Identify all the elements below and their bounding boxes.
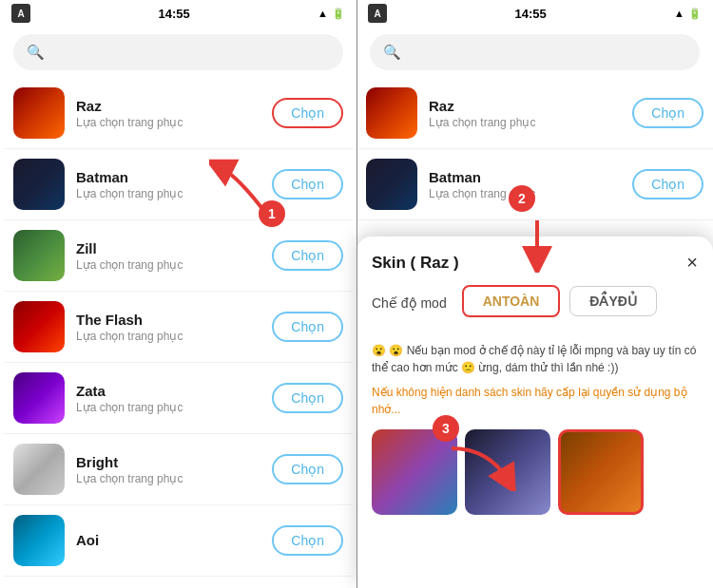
chon-btn-bright[interactable]: Chọn bbox=[272, 454, 343, 484]
skin-thumb-2[interactable] bbox=[465, 429, 550, 515]
hero-name-batman: Batman bbox=[76, 169, 260, 185]
hero-item-zill: Zill Lựa chọn trang phục Chọn bbox=[4, 220, 353, 292]
hero-sub-batman: Lựa chọn trang phục bbox=[76, 187, 260, 200]
right-hero-info-raz: Raz Lựa chọn trang phục bbox=[429, 98, 621, 129]
hero-sub-raz: Lựa chọn trang phục bbox=[76, 116, 260, 129]
hero-avatar-bright bbox=[13, 444, 65, 495]
left-app-logo: A bbox=[11, 4, 30, 23]
right-panel: A 14:55 ▲ 🔋 🔍 Raz Lựa chọn trang phục Ch… bbox=[356, 0, 713, 588]
right-search-bar[interactable]: 🔍 bbox=[370, 34, 700, 70]
right-hero-info-batman: Batman Lựa chọn trang phục bbox=[429, 169, 621, 200]
left-search-bar[interactable]: 🔍 bbox=[13, 34, 343, 70]
bottom-sheet: Skin ( Raz ) × Chế độ mod ANTOÀN ĐẦYĐỦ 😮… bbox=[356, 237, 713, 588]
chon-btn-aoi[interactable]: Chọn bbox=[272, 525, 343, 556]
right-status-icons: ▲ 🔋 bbox=[674, 8, 702, 20]
left-search-container: 🔍 bbox=[0, 27, 356, 78]
skin-thumb-1[interactable] bbox=[372, 429, 457, 515]
hero-info-flash: The Flash Lựa chọn trang phục bbox=[76, 312, 260, 343]
right-hero-sub-batman: Lựa chọn trang phục bbox=[429, 187, 621, 200]
hero-avatar-batman bbox=[13, 159, 65, 210]
close-button[interactable]: × bbox=[686, 252, 698, 274]
chon-btn-zata[interactable]: Chọn bbox=[272, 383, 343, 413]
right-hero-sub-raz: Lựa chọn trang phục bbox=[429, 116, 621, 129]
sheet-header: Skin ( Raz ) × bbox=[372, 252, 698, 274]
hero-name-zata: Zata bbox=[76, 383, 260, 399]
right-status-bar: A 14:55 ▲ 🔋 bbox=[356, 0, 713, 27]
right-search-icon: 🔍 bbox=[383, 44, 401, 61]
hero-item-aoi: Aoi Chọn bbox=[4, 505, 353, 577]
right-hero-avatar-batman bbox=[366, 159, 417, 210]
chon-btn-zill[interactable]: Chọn bbox=[272, 240, 343, 271]
right-hero-item-batman: Batman Lựa chọn trang phục Chọn bbox=[356, 149, 713, 220]
hero-item-zata: Zata Lựa chọn trang phục Chọn bbox=[4, 363, 353, 434]
hero-info-raz: Raz Lựa chọn trang phục bbox=[76, 98, 260, 129]
hero-sub-bright: Lựa chọn trang phục bbox=[76, 472, 260, 485]
hero-info-aoi: Aoi bbox=[76, 532, 260, 550]
right-hero-item-raz: Raz Lựa chọn trang phục Chọn bbox=[356, 78, 713, 149]
chon-btn-raz[interactable]: Chọn bbox=[272, 98, 343, 128]
hero-name-aoi: Aoi bbox=[76, 532, 260, 548]
right-hero-avatar-raz bbox=[366, 87, 417, 139]
left-status-bar: A 14:55 ▲ 🔋 bbox=[0, 0, 356, 27]
hero-item-raz: Raz Lựa chọn trang phục Chọn bbox=[4, 78, 353, 149]
hero-name-raz: Raz bbox=[76, 98, 260, 114]
note-text: Nếu không hiện danh sách skin hãy cấp lạ… bbox=[372, 384, 698, 418]
chon-btn-flash[interactable]: Chọn bbox=[272, 312, 343, 342]
hero-avatar-flash bbox=[13, 301, 65, 352]
right-search-container: 🔍 bbox=[356, 27, 713, 78]
mode-tabs: ANTOÀN ĐẦYĐỦ bbox=[462, 285, 657, 317]
hero-name-flash: The Flash bbox=[76, 312, 260, 328]
hero-item-batman: Batman Lựa chọn trang phục Chọn bbox=[4, 149, 353, 220]
right-hero-list-top: Raz Lựa chọn trang phục Chọn Batman Lựa … bbox=[356, 78, 713, 220]
tab-antoàn[interactable]: ANTOÀN bbox=[462, 285, 561, 317]
mode-row: Chế độ mod ANTOÀN ĐẦYĐỦ bbox=[372, 285, 698, 331]
right-search-input[interactable] bbox=[409, 45, 686, 60]
warning-icon: 😮 bbox=[372, 344, 386, 357]
panel-divider bbox=[356, 0, 357, 588]
warning-text: 😮 😮 Nếu bạn mod ở chế độ này tỉ lệ lỗi m… bbox=[372, 342, 698, 376]
right-hero-name-batman: Batman bbox=[429, 169, 621, 185]
hero-info-batman: Batman Lựa chọn trang phục bbox=[76, 169, 260, 200]
tab-đầyđủ[interactable]: ĐẦYĐỦ bbox=[569, 286, 657, 316]
hero-name-zill: Zill bbox=[76, 240, 260, 256]
left-search-input[interactable] bbox=[52, 45, 330, 60]
hero-avatar-zill bbox=[13, 230, 65, 281]
hero-sub-zill: Lựa chọn trang phục bbox=[76, 258, 260, 272]
left-panel: A 14:55 ▲ 🔋 🔍 Raz Lựa chọn trang phục Ch… bbox=[0, 0, 356, 588]
right-time: 14:55 bbox=[514, 7, 546, 21]
hero-item-bright: Bright Lựa chọn trang phục Chọn bbox=[4, 434, 353, 505]
right-hero-name-raz: Raz bbox=[429, 98, 621, 114]
left-time: 14:55 bbox=[158, 7, 189, 21]
hero-sub-zata: Lựa chọn trang phục bbox=[76, 401, 260, 414]
hero-info-bright: Bright Lựa chọn trang phục bbox=[76, 454, 260, 485]
left-hero-list: Raz Lựa chọn trang phục Chọn Batman Lựa … bbox=[0, 78, 356, 588]
hero-name-bright: Bright bbox=[76, 454, 260, 470]
right-chon-btn-raz[interactable]: Chọn bbox=[632, 98, 703, 128]
hero-avatar-aoi bbox=[13, 515, 65, 566]
hero-item-flash: The Flash Lựa chọn trang phục Chọn bbox=[4, 292, 353, 363]
hero-sub-flash: Lựa chọn trang phục bbox=[76, 330, 260, 343]
hero-avatar-zata bbox=[13, 372, 65, 424]
sheet-title: Skin ( Raz ) bbox=[372, 254, 459, 273]
right-chon-btn-batman[interactable]: Chọn bbox=[632, 169, 703, 199]
left-status-icons: ▲ 🔋 bbox=[318, 8, 345, 20]
chon-btn-batman[interactable]: Chọn bbox=[272, 169, 343, 199]
left-search-icon: 🔍 bbox=[27, 44, 45, 61]
hero-avatar-raz bbox=[13, 87, 65, 139]
hero-info-zill: Zill Lựa chọn trang phục bbox=[76, 240, 260, 272]
skin-thumb-3-selected[interactable] bbox=[558, 429, 644, 515]
right-app-logo: A bbox=[368, 4, 387, 23]
hero-info-zata: Zata Lựa chọn trang phục bbox=[76, 383, 260, 414]
skin-thumbnails bbox=[372, 429, 698, 515]
mode-label: Chế độ mod bbox=[372, 295, 447, 311]
